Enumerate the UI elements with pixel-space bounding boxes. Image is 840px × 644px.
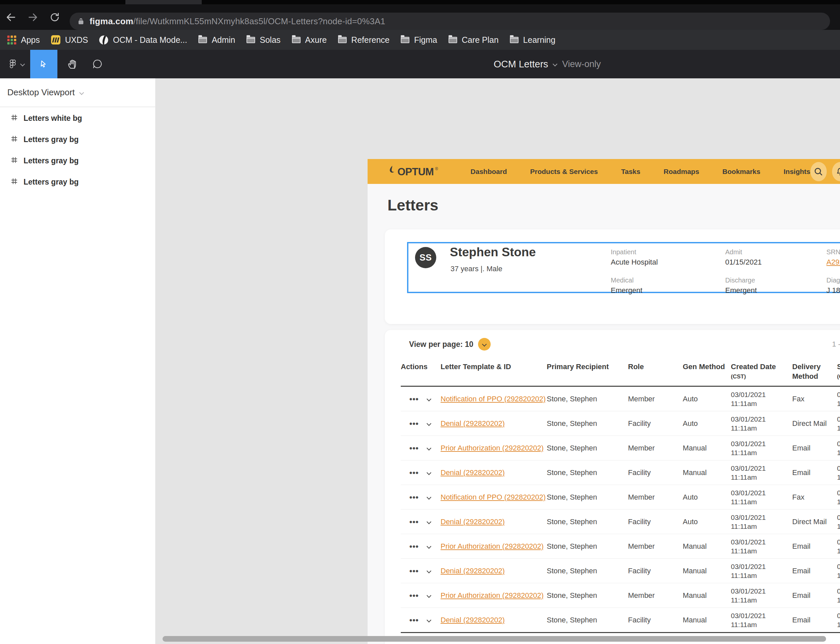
row-expand-chevron[interactable] xyxy=(427,544,431,549)
sent-date: 03/01/202111:11am xyxy=(837,390,840,408)
row-expand-chevron[interactable] xyxy=(427,421,431,426)
letter-template-link[interactable]: Notification of PPO (292820202) xyxy=(440,395,547,403)
move-tool-button[interactable] xyxy=(30,50,57,78)
row-expand-chevron[interactable] xyxy=(427,593,431,598)
letter-template-link-text[interactable]: Denial (292820202) xyxy=(440,419,504,427)
bookmark-solas[interactable]: Solas xyxy=(247,35,281,45)
letter-template-link[interactable]: Denial (292820202) xyxy=(440,616,547,624)
column-header-sub: (CST) xyxy=(731,373,789,380)
letter-template-link-text[interactable]: Prior Authorization (292820202) xyxy=(440,542,544,550)
letter-template-link-text[interactable]: Notification of PPO (292820202) xyxy=(440,395,546,403)
desktop-viewport-frame[interactable]: OPTUM ® DashboardProducts & ServicesTask… xyxy=(368,159,840,644)
letter-template-link-text[interactable]: Prior Authorization (292820202) xyxy=(440,444,544,452)
search-button[interactable] xyxy=(811,162,827,181)
row-actions-menu[interactable]: ••• xyxy=(409,398,419,401)
nav-bookmarks[interactable]: Bookmarks xyxy=(722,168,760,176)
figma-canvas[interactable]: OPTUM ® DashboardProducts & ServicesTask… xyxy=(155,78,840,644)
bookmark-figma[interactable]: Figma xyxy=(401,35,437,45)
bookmark-axure[interactable]: Axure xyxy=(292,35,327,45)
letter-template-link[interactable]: Prior Authorization (292820202) xyxy=(440,542,547,551)
role: Member xyxy=(628,591,683,600)
row-expand-chevron[interactable] xyxy=(427,397,431,401)
letter-template-link[interactable]: Prior Authorization (292820202) xyxy=(440,444,547,452)
row-actions-menu[interactable]: ••• xyxy=(409,594,419,597)
bookmark-apps[interactable]: Apps xyxy=(7,35,40,45)
sent-date-line: 03/01/2021 xyxy=(837,488,840,497)
bookmark-care-plan[interactable]: Care Plan xyxy=(449,35,499,45)
patient-banner-selected[interactable]: SS Stephen Stone 37 years |. Male Inpati… xyxy=(407,242,840,293)
letter-template-link[interactable]: Prior Authorization (292820202) xyxy=(440,591,547,600)
sent-time-line: 11:11am xyxy=(837,571,840,580)
table-row-6: •••Denial (292820202)Stone, StephenFacil… xyxy=(401,509,840,534)
row-actions-menu[interactable]: ••• xyxy=(409,496,419,499)
letter-template-link[interactable]: Denial (292820202) xyxy=(440,518,547,526)
file-title-chevron-icon[interactable] xyxy=(553,62,557,66)
letter-template-link[interactable]: Notification of PPO (292820202) xyxy=(440,493,547,501)
row-actions-menu[interactable]: ••• xyxy=(409,618,419,622)
view-per-page-dropdown[interactable] xyxy=(478,338,491,350)
row-expand-chevron[interactable] xyxy=(427,495,431,499)
figma-toolbar: OCM Letters View-only xyxy=(0,50,840,78)
layers-panel-header[interactable]: Desktop Viewport xyxy=(0,78,155,107)
sent-date-line: 03/01/2021 xyxy=(837,586,840,596)
row-actions-menu[interactable]: ••• xyxy=(409,545,419,548)
letter-template-link-text[interactable]: Denial (292820202) xyxy=(440,616,504,624)
reload-button[interactable] xyxy=(46,9,63,26)
sent-time-line: 11:11am xyxy=(837,424,840,432)
row-expand-chevron[interactable] xyxy=(427,470,431,475)
bookmark-admin[interactable]: Admin xyxy=(198,35,235,45)
letter-template-link-text[interactable]: Denial (292820202) xyxy=(440,518,504,526)
view-per-page-label: View per page: 10 xyxy=(409,340,473,349)
bookmark-uxds[interactable]: UXDS xyxy=(51,35,88,45)
letter-template-link-text[interactable]: Denial (292820202) xyxy=(440,567,504,575)
frame-icon xyxy=(11,114,18,122)
nav-insights[interactable]: Insights xyxy=(784,168,811,176)
row-expand-chevron[interactable] xyxy=(427,568,431,573)
nav-roadmaps[interactable]: Roadmaps xyxy=(663,168,699,176)
notifications-button[interactable] xyxy=(832,162,840,181)
letter-template-link-text[interactable]: Denial (292820202) xyxy=(440,468,504,477)
letter-template-link[interactable]: Denial (292820202) xyxy=(440,567,547,575)
canvas-horizontal-scrollbar[interactable] xyxy=(162,636,826,642)
row-expand-chevron[interactable] xyxy=(427,446,431,450)
nav-tasks[interactable]: Tasks xyxy=(621,168,640,176)
row-actions-menu[interactable]: ••• xyxy=(409,520,419,524)
row-actions-menu[interactable]: ••• xyxy=(409,471,419,474)
letter-template-link-text[interactable]: Prior Authorization (292820202) xyxy=(440,591,544,600)
bookmark-ocm-data-mode[interactable]: OCM - Data Mode... xyxy=(99,35,187,45)
row-actions-menu[interactable]: ••• xyxy=(409,447,419,450)
figma-main-menu-button[interactable] xyxy=(3,50,29,78)
bookmark-learning[interactable]: Learning xyxy=(510,35,555,45)
layer-item-letters-gray-bg-3[interactable]: Letters gray bg xyxy=(0,171,155,192)
row-actions-menu[interactable]: ••• xyxy=(409,569,419,573)
created-date: 03/01/202111:11am xyxy=(731,537,792,555)
hand-tool-button[interactable] xyxy=(62,50,83,78)
row-expand-chevron[interactable] xyxy=(427,519,431,524)
nav-dashboard[interactable]: Dashboard xyxy=(470,168,507,176)
created-date: 03/01/202111:11am xyxy=(731,611,792,629)
row-expand-chevron[interactable] xyxy=(427,618,431,623)
active-tab[interactable] xyxy=(125,0,202,4)
row-actions: ••• xyxy=(401,398,440,401)
letter-template-link[interactable]: Denial (292820202) xyxy=(440,468,547,477)
layer-item-letters-gray-bg-2[interactable]: Letters gray bg xyxy=(0,150,155,171)
back-button[interactable] xyxy=(3,9,19,26)
delivery-method: Email xyxy=(792,468,837,477)
bookmark-reference[interactable]: Reference xyxy=(338,35,390,45)
letter-template-link[interactable]: Denial (292820202) xyxy=(440,419,547,428)
row-actions: ••• xyxy=(401,594,440,597)
chevron-down-icon xyxy=(79,90,84,95)
sent-time-line: 11:11am xyxy=(837,522,840,531)
row-actions-menu[interactable]: ••• xyxy=(409,422,419,425)
created-date-line: 03/01/2021 xyxy=(731,390,792,399)
comment-tool-button[interactable] xyxy=(87,50,108,78)
layer-item-letters-white-bg-0[interactable]: Letters white bg xyxy=(0,108,155,129)
layer-item-letters-gray-bg-1[interactable]: Letters gray bg xyxy=(0,129,155,150)
url-bar[interactable]: figma.com/file/WutkmmKL55mNXmyhk8as5l/OC… xyxy=(70,13,830,30)
bookmark-label: Care Plan xyxy=(462,35,499,45)
letter-template-link-text[interactable]: Notification of PPO (292820202) xyxy=(440,493,546,501)
created-date-line: 03/01/2021 xyxy=(731,611,792,620)
srn-link[interactable]: A29271993843 xyxy=(826,258,840,266)
nav-products-services[interactable]: Products & Services xyxy=(530,168,598,176)
forward-button[interactable] xyxy=(25,9,41,26)
